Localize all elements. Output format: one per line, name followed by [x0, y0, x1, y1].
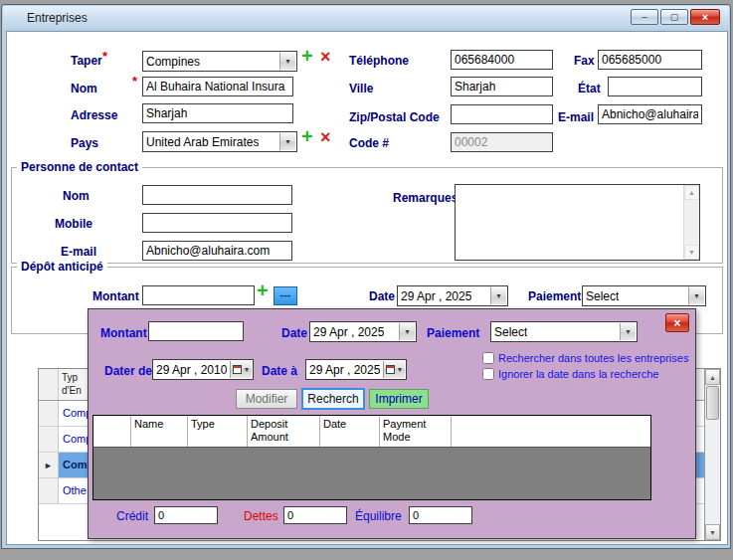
- deposit-group-title: Dépôt anticipé: [17, 260, 107, 274]
- dialog-close-button[interactable]: ×: [665, 313, 689, 332]
- current-row-icon: ►: [44, 461, 53, 470]
- paiement-value: Select: [586, 289, 619, 303]
- adresse-label: Adresse: [71, 108, 117, 122]
- adresse-input[interactable]: [142, 103, 293, 123]
- scroll-up-icon[interactable]: ▲: [705, 369, 720, 385]
- grid-scrollbar[interactable]: ▲ ▼: [704, 369, 720, 540]
- browse-deposits-button[interactable]: ---: [274, 286, 297, 305]
- pays-label: Pays: [71, 136, 98, 150]
- table-header-payment-mode[interactable]: Payment Mode: [380, 416, 452, 447]
- add-deposit-icon[interactable]: +: [257, 280, 269, 300]
- contact-nom-input[interactable]: [142, 185, 292, 205]
- maximize-icon: ▢: [670, 12, 679, 22]
- pays-select[interactable]: United Arab Emirates ▼: [142, 131, 297, 152]
- minimize-icon: –: [641, 12, 646, 22]
- contact-mobile-input[interactable]: [142, 213, 292, 233]
- dialog-paiement-label: Paiement: [427, 326, 479, 340]
- scrollbar-thumb[interactable]: [706, 386, 719, 420]
- montant-input[interactable]: [142, 285, 255, 305]
- contact-group-title: Personne de contact: [17, 160, 142, 174]
- date-a-picker[interactable]: 29 Apr , 2025 ▼: [305, 359, 407, 380]
- scroll-up-icon[interactable]: ▲: [684, 185, 699, 200]
- close-button[interactable]: ×: [690, 9, 720, 25]
- window-title: Entreprises: [27, 11, 88, 25]
- check-all-companies[interactable]: Rechercher dans toutes les entreprises: [482, 352, 688, 365]
- dialog-paiement-select[interactable]: Select ▼: [490, 321, 638, 342]
- remarques-input[interactable]: ▲ ▼: [455, 184, 700, 261]
- row-selector[interactable]: ►: [39, 453, 59, 477]
- add-type-icon[interactable]: +: [301, 46, 313, 66]
- check-ignore-date[interactable]: Ignorer la date dans la recherche: [482, 368, 658, 381]
- calendar-icon: ▼: [230, 361, 252, 378]
- delete-type-icon[interactable]: ×: [320, 47, 331, 67]
- credit-input[interactable]: [154, 506, 218, 524]
- titlebar[interactable]: Entreprises – ▢ ×: [3, 6, 729, 29]
- ville-label: Ville: [349, 82, 373, 95]
- dettes-input[interactable]: [283, 506, 347, 524]
- etat-input[interactable]: [608, 77, 702, 96]
- add-country-icon[interactable]: +: [301, 126, 313, 146]
- recherch-button[interactable]: Recherch: [301, 388, 365, 410]
- code-label: Code #: [349, 136, 389, 150]
- deposits-table[interactable]: Name Type Deposit Amount Date Payment Mo…: [92, 415, 651, 500]
- table-header-deposit-amount[interactable]: Deposit Amount: [248, 416, 320, 447]
- telephone-input[interactable]: [451, 50, 553, 70]
- dater-de-picker[interactable]: 29 Apr , 2010 ▼: [152, 359, 254, 380]
- nom-label: Nom: [71, 82, 97, 95]
- montant-label: Montant: [92, 289, 139, 303]
- entreprises-window: Entreprises – ▢ × Taper * Compines ▼ + ×…: [1, 4, 731, 549]
- nom-input[interactable]: [142, 77, 293, 96]
- zip-input[interactable]: [451, 104, 553, 124]
- equilibre-input[interactable]: [409, 506, 472, 524]
- taper-required-marker: *: [102, 49, 107, 64]
- table-header-filler: [452, 416, 650, 447]
- deposit-date-select[interactable]: 29 Apr , 2025 ▼: [397, 285, 508, 306]
- chevron-down-icon: ▼: [620, 323, 636, 340]
- zip-label: Zip/Postal Code: [349, 110, 440, 124]
- row-selector[interactable]: [39, 401, 59, 426]
- row-selector[interactable]: [39, 427, 59, 452]
- table-header-type[interactable]: Type: [188, 416, 248, 447]
- telephone-label: Téléphone: [349, 54, 409, 68]
- taper-select[interactable]: Compines ▼: [142, 51, 297, 72]
- equilibre-label: Équilibre: [355, 509, 402, 523]
- row-selector[interactable]: [39, 478, 59, 503]
- pays-value: United Arab Emirates: [146, 135, 259, 149]
- imprimer-button[interactable]: Imprimer: [369, 389, 429, 409]
- minimize-button[interactable]: –: [631, 9, 658, 25]
- maximize-button[interactable]: ▢: [660, 9, 688, 25]
- modifier-button[interactable]: Modifier: [236, 389, 297, 409]
- credit-label: Crédit: [116, 509, 148, 523]
- dialog-date-label: Date: [281, 326, 307, 340]
- check-all-companies-box[interactable]: [482, 352, 494, 364]
- email-input[interactable]: [598, 104, 702, 124]
- nom-required-marker: *: [132, 74, 137, 89]
- ville-input[interactable]: [451, 77, 553, 96]
- delete-country-icon[interactable]: ×: [320, 127, 331, 147]
- contact-mobile-label: Mobile: [55, 217, 92, 231]
- check-ignore-date-box[interactable]: [482, 368, 494, 380]
- dialog-date-select[interactable]: 29 Apr , 2025 ▼: [309, 321, 417, 342]
- remarques-scrollbar[interactable]: ▲ ▼: [683, 185, 699, 260]
- table-body-empty: [93, 448, 650, 499]
- fax-input[interactable]: [598, 50, 702, 70]
- paiement-select[interactable]: Select ▼: [582, 285, 706, 306]
- deposit-search-dialog: × Montant Date 29 Apr , 2025 ▼ Paiement …: [88, 308, 696, 539]
- scroll-down-icon[interactable]: ▼: [705, 524, 720, 540]
- table-header-date[interactable]: Date: [320, 416, 380, 447]
- contact-nom-label: Nom: [63, 189, 90, 203]
- chevron-down-icon: ▼: [279, 133, 295, 150]
- date-a-value: 29 Apr , 2025: [309, 363, 380, 377]
- deposit-date-label: Date: [369, 289, 395, 303]
- calendar-icon: ▼: [383, 361, 405, 378]
- contact-email-input[interactable]: [142, 241, 292, 261]
- table-header-name[interactable]: Name: [131, 416, 188, 447]
- contact-email-label: E-mail: [61, 245, 96, 259]
- scroll-down-icon[interactable]: ▼: [684, 245, 699, 260]
- dettes-label: Dettes: [244, 509, 278, 523]
- dialog-paiement-value: Select: [494, 325, 527, 339]
- dialog-date-value: 29 Apr , 2025: [313, 325, 384, 339]
- chevron-down-icon: ▼: [399, 323, 415, 340]
- dialog-montant-input[interactable]: [148, 321, 244, 341]
- chevron-down-icon: ▼: [279, 53, 295, 70]
